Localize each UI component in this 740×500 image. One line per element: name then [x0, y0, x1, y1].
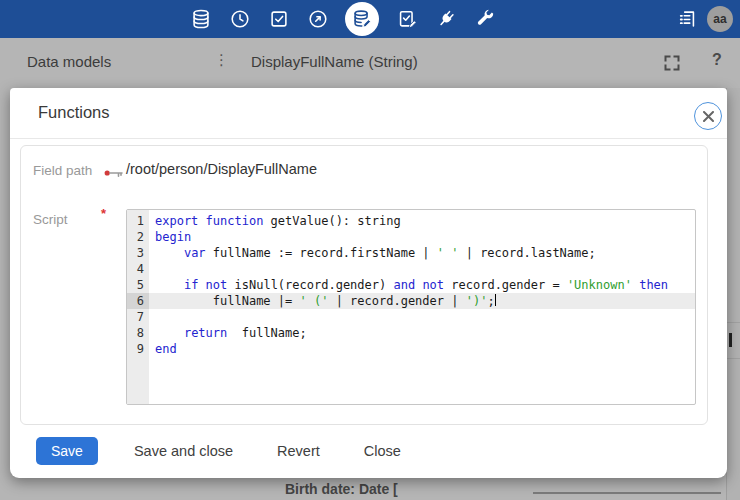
script-code-editor[interactable]: 123456789 export function getValue(): st… — [126, 209, 696, 405]
top-navigation-bar: aa — [0, 0, 740, 38]
script-label: Script — [33, 212, 68, 227]
text-cursor — [495, 294, 496, 306]
code-line-1[interactable]: export function getValue(): string — [149, 213, 695, 229]
field-path-value: /root/person/DisplayFullName — [126, 161, 317, 177]
close-dialog-button[interactable] — [694, 102, 722, 130]
code-line-8[interactable]: return fullName; — [149, 325, 695, 341]
field-path-label: Field path — [33, 163, 92, 178]
line-number: 3 — [127, 245, 149, 261]
fullscreen-icon[interactable] — [663, 54, 681, 72]
top-nav-icon-group — [189, 0, 496, 38]
close-icon — [703, 111, 714, 122]
code-line-3[interactable]: var fullName := record.firstName | ' ' |… — [149, 245, 695, 261]
code-line-4[interactable] — [149, 261, 695, 277]
line-number: 9 — [127, 341, 149, 357]
line-number: 7 — [127, 309, 149, 325]
key-icon — [103, 166, 125, 184]
wrench-tools-icon[interactable] — [473, 8, 496, 31]
forms-edit-icon[interactable] — [395, 8, 418, 31]
line-number: 8 — [127, 325, 149, 341]
code-line-6[interactable]: fullName |= ' (' | record.gender | ')'; — [149, 293, 695, 309]
dashboard-gauge-icon[interactable] — [306, 8, 329, 31]
required-marker: * — [101, 206, 106, 221]
breadcrumb-section[interactable]: Data models — [27, 53, 111, 70]
line-number: 5 — [127, 277, 149, 293]
function-editor-card: Field path /root/person/DisplayFullName … — [20, 145, 708, 425]
background-scrollbar-thumb[interactable] — [729, 333, 732, 347]
data-models-edit-icon-active[interactable] — [345, 2, 379, 36]
revert-button[interactable]: Revert — [269, 437, 328, 465]
database-icon[interactable] — [189, 8, 212, 31]
save-and-close-button[interactable]: Save and close — [126, 437, 241, 465]
code-line-9[interactable]: end — [149, 341, 695, 357]
close-button[interactable]: Close — [356, 437, 409, 465]
audit-list-icon[interactable] — [675, 8, 698, 31]
line-number: 2 — [127, 229, 149, 245]
functions-dialog: Functions Field path /root/person/Displa… — [10, 88, 727, 478]
dialog-button-row: Save Save and close Revert Close — [36, 437, 409, 465]
line-number: 4 — [127, 261, 149, 277]
line-number: 1 — [127, 213, 149, 229]
top-nav-right-group: aa — [675, 0, 733, 38]
background-separator — [727, 358, 740, 359]
user-avatar[interactable]: aa — [707, 6, 733, 32]
background-form-text: Birth date: Date [ — [285, 481, 398, 497]
header-divider — [10, 138, 727, 139]
page-title: DisplayFullName (String) — [251, 53, 418, 70]
code-line-5[interactable]: if not isNull(record.gender) and not rec… — [149, 277, 695, 293]
editor-gutter: 123456789 — [127, 210, 149, 404]
line-number: 6 — [127, 293, 149, 309]
page-header-dimmed: Data models ⋮ DisplayFullName (String) ? — [0, 38, 740, 88]
background-form-underline — [533, 492, 721, 494]
dialog-title: Functions — [38, 103, 110, 122]
kebab-menu-icon[interactable]: ⋮ — [214, 51, 229, 69]
background-separator — [727, 322, 740, 323]
code-line-7[interactable] — [149, 309, 695, 325]
background-scrollbar-track — [726, 88, 740, 500]
tasks-check-icon[interactable] — [267, 8, 290, 31]
plug-integrations-icon[interactable] — [434, 8, 457, 31]
clock-icon[interactable] — [228, 8, 251, 31]
save-button[interactable]: Save — [36, 437, 98, 465]
code-line-2[interactable]: begin — [149, 229, 695, 245]
help-icon[interactable]: ? — [712, 51, 722, 69]
editor-lines[interactable]: export function getValue(): stringbegin … — [149, 210, 695, 404]
